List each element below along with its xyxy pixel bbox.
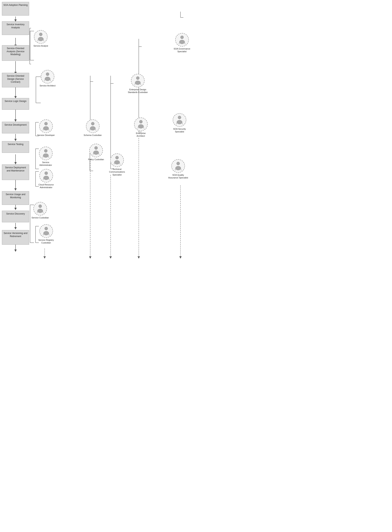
svg-point-133 — [177, 162, 180, 165]
role-circle-border — [86, 119, 100, 133]
role-service-administrator: Service Administrator — [37, 147, 55, 167]
svg-marker-76 — [43, 256, 46, 259]
role-label: SOA Governance Specialist — [172, 47, 192, 53]
svg-point-105 — [91, 122, 94, 125]
svg-point-94 — [43, 176, 49, 180]
svg-point-110 — [93, 151, 99, 155]
role-circle-border — [175, 33, 189, 47]
svg-marker-19 — [14, 227, 17, 230]
role-circle-border — [33, 202, 47, 216]
svg-point-126 — [179, 40, 185, 44]
svg-point-98 — [37, 209, 43, 213]
role-label: SOA Quality Assurance Specialist — [168, 174, 189, 179]
svg-marker-74 — [179, 256, 182, 259]
svg-point-86 — [43, 126, 49, 130]
role-circle-border — [39, 119, 53, 133]
person-icon — [92, 146, 100, 155]
svg-point-113 — [116, 156, 119, 159]
role-label: SOA Security Specialist — [170, 127, 189, 133]
person-icon — [113, 155, 121, 165]
person-icon — [42, 149, 50, 158]
person-icon — [42, 121, 50, 131]
person-icon — [42, 226, 50, 236]
person-icon — [42, 171, 50, 181]
svg-point-81 — [46, 73, 49, 76]
role-label: Service Administrator — [37, 161, 55, 167]
person-icon — [134, 76, 142, 85]
svg-point-117 — [139, 120, 142, 123]
role-label: Service Analyst — [33, 44, 48, 47]
svg-point-101 — [45, 227, 48, 230]
process-box-soa-analysis: Service-Oriented Analysis (Service Model… — [2, 45, 29, 61]
role-circle-border — [131, 74, 145, 87]
role-soa-qa: SOA Quality Assurance Specialist — [168, 159, 189, 179]
person-icon — [178, 35, 186, 45]
role-service-developer: Service Developer — [37, 119, 55, 137]
role-soa-security: SOA Security Specialist — [170, 113, 189, 133]
role-soa-governance: SOA Governance Specialist — [172, 33, 192, 53]
svg-point-130 — [177, 120, 182, 124]
process-box-development: Service Development — [2, 122, 29, 133]
svg-point-125 — [181, 36, 184, 39]
svg-marker-15 — [14, 139, 17, 141]
role-circle-border — [110, 153, 124, 167]
process-box-soa-design: Service-Oriented Design (Service Contrac… — [2, 73, 29, 87]
person-icon — [37, 32, 45, 42]
role-label: Service Architect — [40, 84, 56, 87]
role-circle-border — [39, 169, 53, 183]
svg-marker-14 — [14, 119, 17, 122]
role-service-custodian: Service Custodian — [31, 202, 49, 219]
svg-point-118 — [138, 124, 144, 128]
role-label: Service Developer — [37, 134, 55, 137]
svg-marker-54 — [89, 256, 91, 259]
role-cloud-admin: Cloud Resource Administrator — [36, 169, 56, 189]
role-circle-border — [173, 113, 186, 127]
person-icon — [44, 72, 51, 82]
role-circle-border — [34, 30, 47, 44]
role-circle-border — [39, 147, 53, 160]
svg-point-82 — [45, 77, 50, 81]
svg-marker-21 — [14, 250, 17, 252]
role-label: Policy Custodian — [88, 158, 104, 161]
svg-point-114 — [114, 160, 120, 164]
person-icon — [176, 115, 183, 125]
role-service-analyst: Service Analyst — [32, 30, 50, 47]
role-circle-border — [39, 224, 53, 238]
svg-marker-18 — [14, 208, 17, 210]
svg-marker-60 — [109, 256, 112, 259]
role-circle-border — [171, 159, 185, 173]
role-label: Enterprise Design Standards Custodian — [127, 88, 149, 94]
role-policy-custodian: Policy Custodian — [87, 144, 105, 161]
svg-point-122 — [135, 81, 140, 85]
role-tech-comms: Technical Communications Specialist — [106, 153, 128, 176]
process-box-inventory: Service Inventory Analysis — [2, 21, 29, 35]
process-box-versioning: Service Versioning and Retirement — [2, 230, 29, 245]
svg-point-109 — [94, 146, 98, 150]
process-box-monitoring: Service Usage and Monitoring — [2, 191, 29, 205]
role-registry-custodian: Service Registry Custodian — [36, 224, 56, 244]
svg-point-78 — [38, 37, 43, 41]
svg-point-129 — [178, 116, 181, 119]
svg-point-134 — [175, 166, 181, 170]
process-box-deployment: Service Deployment and Maintenance — [2, 165, 29, 180]
process-box-testing: Service Testing — [2, 141, 29, 153]
svg-marker-16 — [14, 162, 17, 165]
role-label: Service Registry Custodian — [36, 239, 56, 244]
person-icon — [174, 161, 182, 171]
role-enterprise-design-standards: Enterprise Design Standards Custodian — [127, 74, 149, 94]
svg-point-89 — [44, 149, 47, 152]
svg-marker-17 — [14, 188, 17, 191]
process-box-logic-design: Service Logic Design — [2, 98, 29, 110]
svg-point-90 — [43, 154, 48, 157]
role-label: Cloud Resource Administrator — [36, 183, 56, 189]
role-label: Technical Communications Specialist — [106, 168, 128, 176]
svg-point-106 — [90, 126, 95, 130]
role-circle-border — [89, 144, 103, 157]
process-box-soa-adoption: SOA Adoption Planning — [2, 2, 29, 15]
svg-point-102 — [43, 231, 49, 235]
process-box-discovery: Service Discovery — [2, 211, 29, 222]
person-icon — [89, 121, 97, 131]
svg-point-85 — [44, 122, 47, 125]
role-circle-border — [134, 118, 148, 131]
role-enterprise-architect: Enterprise Architect — [131, 118, 150, 137]
